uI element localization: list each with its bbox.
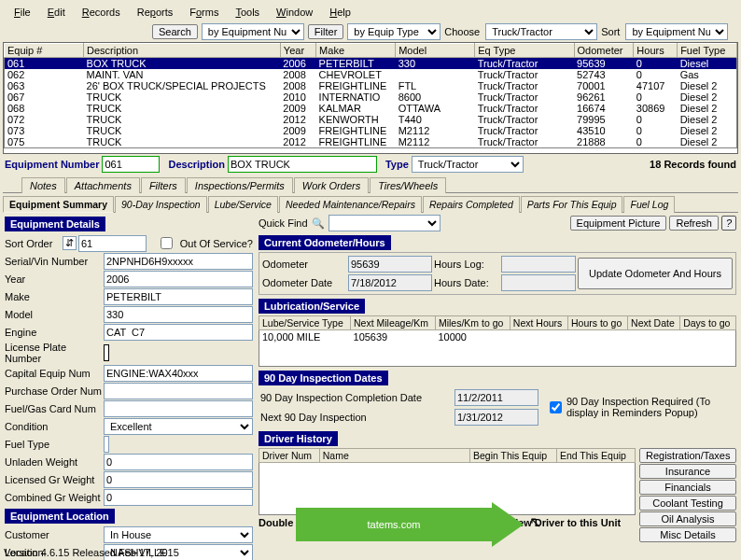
tab-workorders[interactable]: Work Orders: [294, 177, 369, 193]
search-by-select[interactable]: by Equipment Num: [202, 23, 304, 40]
eqnum-label: Equipment Number: [5, 159, 99, 170]
plate-field[interactable]: [104, 344, 109, 361]
tab-lube[interactable]: Lube/Service: [208, 196, 278, 213]
table-row[interactable]: 072TRUCK2012KENWORTHT440Truck/Tractor799…: [5, 114, 737, 125]
filter-by-select[interactable]: by Equip Type: [347, 23, 440, 40]
out-of-service-checkbox[interactable]: [158, 237, 175, 249]
col-equipnum[interactable]: Equip #: [5, 44, 84, 58]
col-year[interactable]: Year: [280, 44, 315, 58]
update-odometer-button[interactable]: Update Odometer And Hours: [578, 258, 733, 289]
tab-filters[interactable]: Filters: [141, 177, 186, 193]
registration-taxes-button[interactable]: Registration/Taxes: [639, 448, 736, 463]
tab-fuellog[interactable]: Fuel Log: [623, 196, 675, 213]
menu-help[interactable]: Help: [322, 5, 358, 20]
menu-records[interactable]: Records: [75, 5, 128, 20]
table-row[interactable]: 06326' BOX TRUCK/SPECIAL PROJECTS2008FRE…: [5, 80, 737, 91]
equipment-grid[interactable]: Equip # Description Year Make Model Eq T…: [4, 43, 737, 148]
model-field[interactable]: [104, 306, 253, 323]
customer-label: Customer: [5, 529, 104, 540]
driver-history-table[interactable]: Driver NumName Begin This EquipEnd This …: [259, 448, 636, 515]
table-row[interactable]: 062MAINT. VAN2008CHEVROLETTruck/Tractor5…: [5, 69, 737, 80]
table-row[interactable]: 068TRUCK2009KALMAROTTAWATruck/Tractor166…: [5, 103, 737, 114]
col-hours[interactable]: Hours: [634, 44, 678, 58]
tab-inspections[interactable]: Inspections/Permits: [187, 177, 293, 193]
quickfind-select[interactable]: [329, 215, 440, 231]
eqnum-field[interactable]: [102, 156, 160, 173]
col-model[interactable]: Model: [396, 44, 475, 58]
serial-field[interactable]: [104, 253, 253, 270]
table-row[interactable]: 067TRUCK2010INTERNATIO8600Truck/Tractor9…: [5, 91, 737, 103]
equipment-picture-button[interactable]: Equipment Picture: [570, 216, 667, 231]
year-field[interactable]: [104, 271, 253, 287]
choose-select[interactable]: Truck/Tractor: [485, 23, 597, 40]
unladen-field[interactable]: [104, 454, 253, 470]
tab-notes[interactable]: Notes: [21, 177, 65, 193]
menu-tools[interactable]: Tools: [228, 5, 267, 20]
financials-button[interactable]: Financials: [639, 480, 736, 495]
refresh-button[interactable]: Refresh: [669, 216, 719, 231]
table-row[interactable]: 061BOX TRUCK2006PETERBILT330Truck/Tracto…: [5, 58, 737, 70]
insp-comp-field: [454, 389, 538, 406]
engine-label: Engine: [5, 327, 104, 338]
table-row[interactable]: 073TRUCK2009FREIGHTLINEM2112Truck/Tracto…: [5, 125, 737, 136]
sort-order-field[interactable]: [78, 235, 147, 252]
misc-details-button[interactable]: Misc Details: [639, 527, 736, 542]
licgr-field[interactable]: [104, 471, 253, 488]
engine-field[interactable]: [104, 324, 253, 341]
tab-90day[interactable]: 90-Day Inspection: [115, 196, 207, 213]
menu-window[interactable]: Window: [269, 5, 320, 20]
fuelcard-field[interactable]: [104, 400, 253, 417]
insp-comp-label: 90 Day Inspection Completion Date: [260, 392, 447, 403]
out-of-service-label: Out Of Service?: [180, 238, 253, 249]
sort-label: Sort: [601, 26, 622, 37]
col-fueltype[interactable]: Fuel Type: [678, 44, 737, 58]
sort-order-label: Sort Order: [5, 238, 63, 249]
col-description[interactable]: Description: [84, 44, 281, 58]
insurance-button[interactable]: Insurance: [639, 464, 736, 479]
col-make[interactable]: Make: [316, 44, 396, 58]
menu-file[interactable]: File: [7, 5, 38, 20]
filter-button[interactable]: Filter: [308, 24, 343, 39]
combgr-field[interactable]: [104, 489, 253, 506]
desc-field[interactable]: [228, 156, 377, 173]
oil-analysis-button[interactable]: Oil Analysis: [639, 511, 736, 526]
hourslog-field: [501, 256, 576, 273]
hdate-label: Hours Date:: [434, 277, 499, 288]
customer-select[interactable]: In House: [104, 526, 253, 543]
type-select[interactable]: Truck/Tractor: [412, 156, 524, 173]
lube-table[interactable]: Lube/Service TypeNext Mileage/KmMiles/Km…: [259, 315, 736, 367]
tab-equipment-summary[interactable]: Equipment Summary: [3, 196, 114, 213]
sort-order-stepper[interactable]: ⇵: [63, 236, 77, 250]
coolant-testing-button[interactable]: Coolant Testing: [639, 496, 736, 511]
col-eqtype[interactable]: Eq Type: [475, 44, 574, 58]
help-icon[interactable]: ?: [721, 216, 736, 231]
tab-parts[interactable]: Parts For This Equip: [521, 196, 623, 213]
tab-attachments[interactable]: Attachments: [66, 177, 140, 193]
menu-edit[interactable]: Edit: [40, 5, 73, 20]
tab-tires[interactable]: Tires/Wheels: [370, 177, 446, 193]
tab-needed-maint[interactable]: Needed Maintenance/Repairs: [279, 196, 422, 213]
menu-reports[interactable]: Reports: [130, 5, 181, 20]
insp-required-label: 90 Day Inspection Required (To display i…: [566, 396, 734, 418]
fueltype-select[interactable]: Diesel: [104, 436, 109, 453]
col-odometer[interactable]: Odometer: [574, 44, 634, 58]
po-field[interactable]: [104, 383, 253, 399]
condition-label: Condition: [5, 421, 104, 432]
make-field[interactable]: [104, 288, 253, 305]
po-label: Purchase Order Num: [5, 385, 104, 397]
table-row[interactable]: 075TRUCK2012FREIGHTLINEM2112Truck/Tracto…: [5, 136, 737, 148]
sort-by-select[interactable]: by Equipment Num: [625, 23, 728, 40]
quickfind-label: Quick Find: [259, 217, 308, 229]
statusbar: Version 4.6.15 Released Feb 17, 2015: [4, 547, 179, 558]
menu-forms[interactable]: Forms: [182, 5, 226, 20]
condition-select[interactable]: Excellent: [104, 418, 253, 435]
type-label: Type: [385, 159, 409, 170]
insp-required-checkbox[interactable]: [550, 401, 562, 413]
summary-row: Equipment Number Description Type Truck/…: [3, 154, 738, 175]
equipment-details-header: Equipment Details: [5, 217, 105, 231]
capeq-field[interactable]: [104, 365, 253, 382]
tab-repairs-completed[interactable]: Repairs Completed: [423, 196, 520, 213]
search-button[interactable]: Search: [152, 24, 198, 39]
lube-row[interactable]: 10,000 MILE10563910000: [259, 330, 736, 344]
make-label: Make: [5, 291, 104, 302]
